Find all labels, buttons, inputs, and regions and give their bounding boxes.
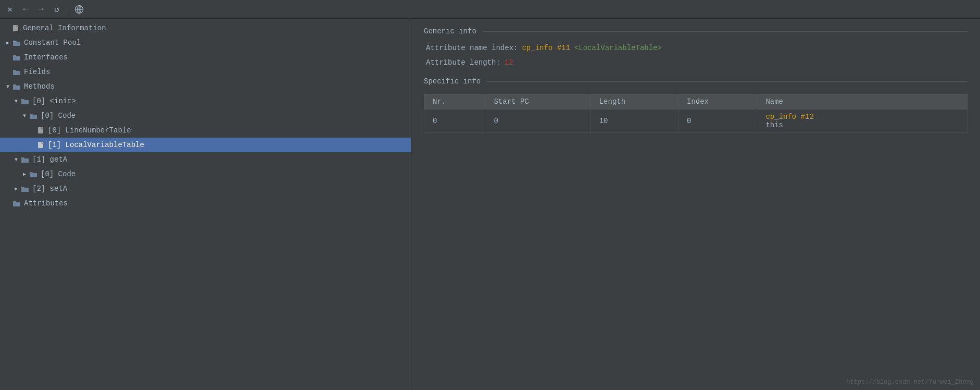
label-localvariabletable: [1] LocalVariableTable	[48, 141, 144, 149]
arrow-interfaces	[4, 54, 11, 61]
label-interfaces: Interfaces	[24, 53, 68, 62]
tree-item-geta[interactable]: [1] getA	[0, 152, 411, 167]
arrow-constant-pool	[4, 39, 11, 46]
attribute-length-row: Attribute length: 12	[424, 58, 968, 67]
label-code-0: [0] Code	[41, 112, 76, 120]
cell-name-text: this	[765, 121, 783, 129]
toolbar: ✕ ← → ↺	[0, 0, 980, 19]
cell-name: cp_info #12 this	[757, 109, 968, 133]
col-nr: Nr.	[424, 94, 485, 109]
watermark: https://blog.csdn.net/Yunwei_Zheng	[846, 379, 974, 386]
tree-item-seta[interactable]: [2] setA	[0, 181, 411, 196]
tree-item-linenumbertable[interactable]: [0] LineNumberTable	[0, 123, 411, 138]
arrow-methods	[4, 83, 11, 90]
specific-info-title: Specific info	[424, 77, 481, 86]
left-panel: General Information Constant Pool Interf…	[0, 19, 411, 390]
attribute-name-yellow: cp_info #11	[522, 44, 570, 52]
file-icon-localvariabletable	[37, 141, 45, 149]
label-linenumbertable: [0] LineNumberTable	[48, 126, 131, 135]
table-header-row: Nr. Start PC Length Index Name	[424, 94, 968, 109]
arrow-code-0	[21, 112, 28, 119]
cell-name-yellow: cp_info #12	[765, 113, 813, 121]
cell-start-pc: 0	[485, 109, 590, 133]
tree-item-code-0[interactable]: [0] Code	[0, 108, 411, 123]
arrow-general-information	[4, 25, 11, 32]
folder-icon-interfaces	[12, 53, 21, 62]
tree-item-interfaces[interactable]: Interfaces	[0, 50, 411, 65]
cell-nr: 0	[424, 109, 485, 133]
cell-index: 0	[679, 109, 757, 133]
attribute-name-row: Attribute name index: cp_info #11 <Local…	[424, 44, 968, 52]
globe-button[interactable]	[73, 4, 85, 15]
table-row: 0 0 10 0 cp_info #12 this	[424, 109, 968, 133]
tree-item-constant-pool[interactable]: Constant Pool	[0, 35, 411, 50]
label-geta: [1] getA	[32, 155, 67, 164]
attribute-name-label: Attribute name index:	[426, 44, 518, 52]
specific-info-header: Specific info	[424, 77, 968, 86]
file-icon-general-information	[12, 25, 20, 32]
tree-item-fields[interactable]: Fields	[0, 65, 411, 79]
tree-item-attributes[interactable]: Attributes	[0, 196, 411, 211]
attribute-name-green: <LocalVariableTable>	[574, 44, 662, 52]
tree-item-code-geta[interactable]: [0] Code	[0, 167, 411, 181]
arrow-linenumbertable	[29, 127, 36, 134]
folder-icon-seta	[21, 185, 29, 193]
specific-info-line	[487, 81, 968, 82]
arrow-code-geta	[21, 170, 28, 178]
folder-icon-code-0	[29, 112, 37, 120]
folder-icon-constant-pool	[12, 39, 21, 47]
label-attributes: Attributes	[24, 199, 68, 208]
arrow-init	[12, 98, 20, 105]
label-code-geta: [0] Code	[41, 170, 76, 178]
arrow-geta	[12, 156, 20, 163]
arrow-localvariabletable	[29, 141, 36, 149]
folder-icon-geta	[21, 155, 29, 164]
generic-info-title: Generic info	[424, 27, 476, 35]
arrow-attributes	[4, 200, 11, 207]
tree-item-general-information[interactable]: General Information	[0, 21, 411, 35]
folder-icon-code-geta	[29, 170, 37, 178]
refresh-button[interactable]: ↺	[51, 4, 62, 15]
label-seta: [2] setA	[32, 185, 67, 193]
label-general-information: General Information	[23, 24, 106, 32]
generic-info-header: Generic info	[424, 27, 968, 35]
folder-icon-fields	[12, 68, 21, 76]
label-methods: Methods	[24, 82, 55, 91]
arrow-fields	[4, 68, 11, 76]
label-fields: Fields	[24, 68, 50, 76]
attribute-length-label: Attribute length:	[426, 58, 500, 67]
forward-button[interactable]: →	[35, 4, 47, 15]
label-constant-pool: Constant Pool	[24, 39, 81, 47]
main-content: General Information Constant Pool Interf…	[0, 19, 980, 390]
folder-icon-methods	[12, 82, 21, 91]
right-panel: Generic info Attribute name index: cp_in…	[411, 19, 980, 390]
generic-info-line	[483, 31, 968, 32]
file-icon-linenumbertable	[37, 127, 45, 134]
tree-item-localvariabletable[interactable]: [1] LocalVariableTable	[0, 138, 411, 152]
attribute-length-value: 12	[505, 58, 513, 67]
tree-item-init[interactable]: [0] <init>	[0, 94, 411, 108]
specific-table: Nr. Start PC Length Index Name 0 0 10 0 …	[424, 94, 968, 133]
col-start-pc: Start PC	[485, 94, 590, 109]
arrow-seta	[12, 185, 20, 192]
cell-length: 10	[590, 109, 678, 133]
close-button[interactable]: ✕	[4, 4, 16, 15]
folder-icon-init	[21, 97, 29, 105]
col-length: Length	[590, 94, 678, 109]
col-index: Index	[679, 94, 757, 109]
label-init: [0] <init>	[32, 97, 76, 105]
toolbar-divider	[68, 4, 68, 15]
folder-icon-attributes	[12, 199, 21, 208]
tree-item-methods[interactable]: Methods	[0, 79, 411, 94]
col-name: Name	[757, 94, 968, 109]
back-button[interactable]: ←	[20, 4, 31, 15]
